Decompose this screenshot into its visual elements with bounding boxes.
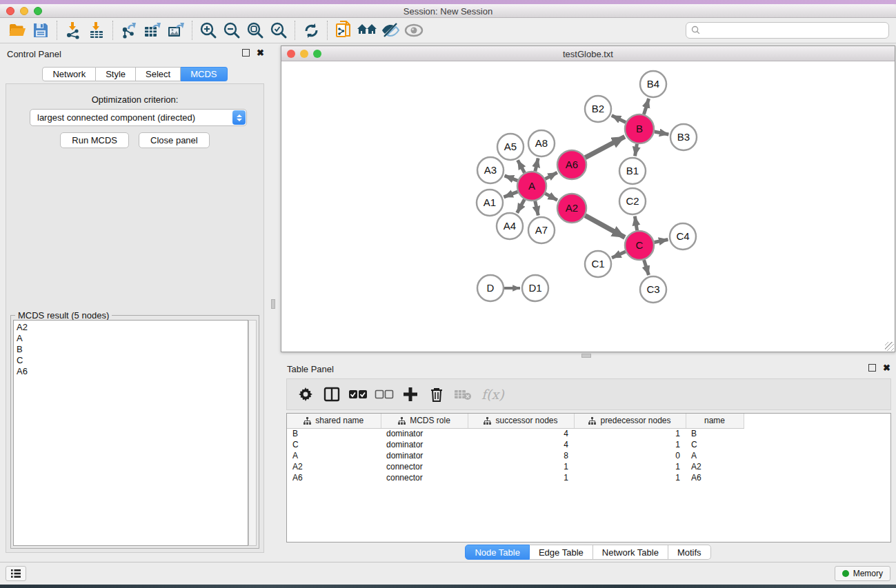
show-all-eye-icon[interactable] [402,20,426,41]
close-panel-icon[interactable]: ✖ [257,49,264,57]
export-image-icon[interactable] [164,20,188,41]
delete-column-trash-icon[interactable] [426,384,447,405]
table-cell[interactable]: 1 [574,472,686,483]
split-handle-icon[interactable] [581,354,591,358]
edge-A-A4[interactable] [517,199,525,212]
select-all-columns-icon[interactable] [348,384,368,405]
table-cell[interactable]: C [686,439,744,450]
import-table-icon[interactable] [85,20,108,41]
export-table-icon[interactable] [141,20,164,41]
edge-A-A2[interactable] [545,194,557,201]
table-cell[interactable]: 0 [574,450,686,461]
node-A5[interactable]: A5 [497,134,524,160]
column-header-name[interactable]: name [686,414,744,428]
node-B2[interactable]: B2 [585,96,611,122]
node-B4[interactable]: B4 [640,71,666,97]
node-A7[interactable]: A7 [528,217,555,243]
table-cell[interactable]: connector [381,472,468,483]
table-row[interactable]: Adominator80A [287,450,755,461]
resize-grip-icon[interactable] [885,342,894,351]
export-network-icon[interactable] [117,20,141,41]
search-input[interactable] [686,22,889,39]
edge-C-C2[interactable] [635,216,637,231]
edge-B-B1[interactable] [635,144,637,156]
column-header-shared-name[interactable]: shared name [287,414,381,428]
tab-select[interactable]: Select [136,67,181,81]
tab-mcds[interactable]: MCDS [181,67,227,81]
table-row[interactable]: Bdominator41B [287,428,755,439]
split-column-icon[interactable] [321,384,342,405]
node-D1[interactable]: D1 [522,275,548,301]
mcds-result-item[interactable]: A [17,333,245,344]
edge-A-A1[interactable] [504,192,517,197]
node-A2[interactable]: A2 [557,194,586,223]
network-canvas[interactable]: B4B2BB3A5A8A6B1A3AC2A1A2A4A7C4CC1C3DD1 [281,61,895,352]
float-table-panel-icon[interactable] [868,364,876,372]
home-icon[interactable] [355,20,379,41]
split-divider[interactable] [270,44,280,562]
open-file-icon[interactable] [6,20,29,41]
zoom-out-icon[interactable] [220,20,243,41]
column-header-successor-nodes[interactable]: successor nodes [468,414,574,428]
mcds-result-item[interactable]: B [17,344,245,355]
table-cell[interactable]: A6 [686,472,744,483]
node-A4[interactable]: A4 [497,213,523,239]
table-cell[interactable]: 1 [468,472,574,483]
deselect-all-columns-icon[interactable] [374,384,395,405]
add-column-icon[interactable] [400,384,421,405]
tab-network[interactable]: Network [42,67,96,81]
tab-motifs[interactable]: Motifs [668,545,711,560]
node-A8[interactable]: A8 [528,130,555,156]
edge-A-A5[interactable] [518,160,525,172]
float-panel-icon[interactable] [242,49,250,57]
table-cell[interactable]: dominator [381,428,468,439]
edge-C-C4[interactable] [655,239,668,242]
node-B3[interactable]: B3 [670,124,697,150]
table-cell[interactable]: 1 [574,439,686,450]
table-row[interactable]: Cdominator41C [287,439,755,450]
memory-button[interactable]: Memory [835,566,890,581]
node-A6[interactable]: A6 [557,150,586,179]
node-C1[interactable]: C1 [585,251,611,277]
table-cell[interactable]: dominator [381,439,468,450]
split-handle-icon[interactable] [271,299,275,309]
edge-C-C1[interactable] [612,252,626,258]
edge-A-A6[interactable] [545,172,557,179]
edge-B-B2[interactable] [612,116,626,123]
edge-B-B3[interactable] [655,132,669,134]
mcds-result-list[interactable]: A2ABCA6 [13,320,248,546]
run-mcds-button[interactable]: Run MCDS [60,132,129,148]
zoom-fit-icon[interactable] [243,20,267,41]
mcds-result-item[interactable]: A2 [17,322,245,333]
mcds-result-item[interactable]: A6 [17,366,245,377]
edge-A6-B[interactable] [585,136,624,157]
clone-network-icon[interactable] [332,20,355,41]
edge-C-C3[interactable] [644,260,649,275]
column-header-predecessor-nodes[interactable]: predecessor nodes [574,414,686,428]
table-cell[interactable]: connector [381,461,468,472]
tab-edge-table[interactable]: Edge Table [530,545,593,560]
edge-A-A8[interactable] [535,158,538,171]
edge-A-A3[interactable] [505,176,518,181]
table-cell[interactable]: dominator [381,450,468,461]
table-row[interactable]: A2connector11A2 [287,461,755,472]
result-scrollbar[interactable] [248,320,257,546]
save-session-icon[interactable] [29,20,52,41]
hide-selected-eye-icon[interactable] [379,20,402,41]
node-C2[interactable]: C2 [619,188,646,214]
table-cell[interactable]: 1 [574,461,686,472]
mcds-result-item[interactable]: C [17,355,245,366]
node-A1[interactable]: A1 [477,190,503,216]
close-panel-button[interactable]: Close panel [139,132,210,148]
node-C4[interactable]: C4 [670,223,696,250]
node-B[interactable]: B [625,114,654,143]
table-cell[interactable]: A2 [287,461,381,472]
node-A3[interactable]: A3 [477,157,504,183]
task-history-button[interactable] [6,566,26,581]
close-table-panel-icon[interactable]: ✖ [883,364,890,372]
table-cell[interactable]: C [287,439,381,450]
table-cell[interactable]: 4 [468,428,574,439]
node-C[interactable]: C [625,231,654,260]
table-cell[interactable]: 1 [574,428,686,439]
table-cell[interactable]: 4 [468,439,574,450]
